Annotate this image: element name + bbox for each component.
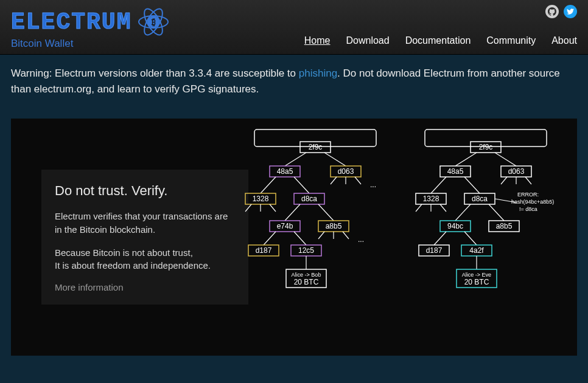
svg-text:!= d8ca: != d8ca: [519, 206, 537, 212]
svg-text:20 BTC: 20 BTC: [294, 278, 319, 286]
logo-text: ELECTRUM: [11, 9, 131, 35]
phishing-link[interactable]: phishing: [299, 67, 337, 79]
svg-line-27: [285, 204, 300, 221]
hero-box: Do not trust. Verify. Electrum verifies …: [41, 170, 248, 305]
svg-text:d063: d063: [338, 167, 354, 176]
svg-text:e74b: e74b: [277, 222, 293, 230]
svg-text:48a5: 48a5: [277, 167, 293, 176]
github-icon[interactable]: [545, 5, 559, 18]
svg-line-9: [324, 153, 346, 166]
svg-text:2f9c: 2f9c: [479, 143, 493, 151]
svg-text:a8b5: a8b5: [326, 222, 342, 230]
svg-line-56: [431, 177, 446, 193]
hero-p1: Electrum verifies that your transactions…: [55, 210, 235, 236]
svg-line-26: [270, 204, 276, 212]
header: ELECTRUM ₿ Bitcoin Wallet Home Download …: [0, 0, 588, 55]
svg-line-57: [464, 177, 480, 193]
svg-line-67: [440, 204, 446, 212]
logo-row: ELECTRUM ₿: [11, 5, 170, 39]
svg-line-35: [343, 232, 349, 239]
svg-text:12c5: 12c5: [298, 246, 314, 255]
svg-text:4a2f: 4a2f: [469, 246, 484, 255]
svg-text:94bc: 94bc: [447, 222, 463, 230]
hero-p2: Because Bitcoin is not about trust, It i…: [55, 246, 235, 273]
svg-text:...: ...: [358, 235, 364, 244]
more-info-link[interactable]: More information: [55, 282, 235, 292]
atom-bitcoin-icon: ₿: [136, 5, 170, 39]
merkle-diagram: 2f9c 48a5 d063 ... 1328 d8ca e74b a8b5 .…: [236, 123, 571, 306]
svg-text:Alice -> Eve: Alice -> Eve: [462, 272, 491, 278]
svg-line-18: [355, 177, 361, 184]
hero-section: Do not trust. Verify. Electrum verifies …: [11, 119, 577, 356]
svg-text:Alice -> Bob: Alice -> Bob: [292, 272, 321, 278]
svg-line-50: [455, 153, 477, 166]
nav-menu: Home Download Documentation Community Ab…: [304, 35, 577, 46]
svg-line-68: [455, 204, 471, 221]
svg-text:hash(94bc+a8b5): hash(94bc+a8b5): [511, 199, 554, 205]
svg-text:...: ...: [370, 181, 376, 189]
svg-line-69: [489, 204, 504, 221]
svg-text:2f9c: 2f9c: [309, 143, 323, 151]
svg-line-51: [495, 153, 516, 166]
svg-text:1328: 1328: [423, 195, 439, 203]
nav-documentation[interactable]: Documentation: [405, 35, 471, 46]
svg-line-75: [464, 232, 477, 245]
svg-line-28: [318, 204, 334, 221]
svg-text:d063: d063: [508, 167, 525, 176]
svg-line-37: [264, 232, 276, 245]
logo-subtitle: Bitcoin Wallet: [11, 38, 170, 50]
svg-line-38: [294, 232, 306, 245]
nav-home[interactable]: Home: [304, 35, 331, 46]
svg-line-65: [416, 204, 422, 212]
svg-text:ERROR:: ERROR:: [517, 191, 539, 198]
logo-area: ELECTRUM ₿ Bitcoin Wallet: [11, 5, 170, 50]
svg-text:a8b5: a8b5: [496, 222, 513, 230]
svg-text:d187: d187: [426, 246, 443, 255]
svg-text:1328: 1328: [253, 195, 269, 203]
svg-line-16: [331, 177, 337, 184]
header-right: Home Download Documentation Community Ab…: [304, 5, 577, 46]
svg-line-14: [261, 177, 276, 193]
social-icons: [545, 5, 577, 18]
nav-community[interactable]: Community: [486, 35, 536, 46]
hero-title: Do not trust. Verify.: [55, 183, 235, 199]
warning-banner: Warning: Electrum versions older than 3.…: [0, 55, 588, 110]
nav-about[interactable]: About: [551, 35, 577, 46]
svg-line-15: [294, 177, 309, 193]
svg-line-58: [501, 177, 507, 184]
nav-download[interactable]: Download: [346, 35, 390, 46]
svg-text:d187: d187: [256, 246, 272, 255]
warning-text-pre: Warning: Electrum versions older than 3.…: [11, 67, 299, 79]
svg-text:48a5: 48a5: [447, 167, 464, 176]
svg-line-74: [434, 232, 446, 245]
svg-text:d8ca: d8ca: [472, 195, 488, 203]
svg-line-33: [318, 232, 324, 239]
svg-text:₿: ₿: [151, 17, 156, 27]
svg-line-8: [285, 153, 306, 166]
svg-text:d8ca: d8ca: [301, 195, 317, 203]
svg-text:20 BTC: 20 BTC: [464, 278, 489, 286]
twitter-icon[interactable]: [564, 5, 577, 18]
svg-line-60: [525, 177, 531, 184]
svg-line-24: [245, 204, 251, 212]
